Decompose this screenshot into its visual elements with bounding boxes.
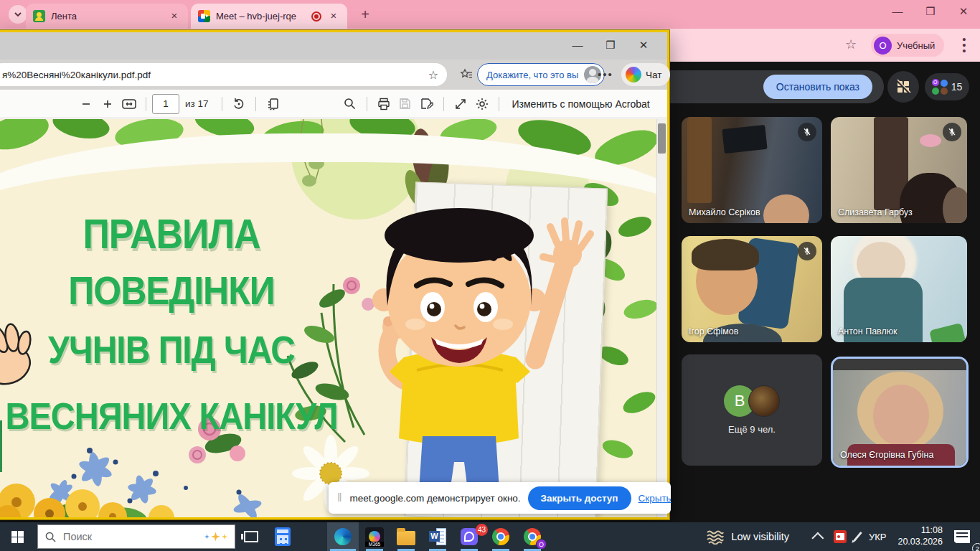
browser-tab-strip: Лента × Meet – hvb-juej-rqe × + — ❒ ✕ [0, 0, 980, 29]
close-button[interactable]: ✕ [947, 0, 980, 24]
maximize-button[interactable]: ❒ [914, 0, 947, 24]
settings-gear-icon[interactable] [471, 93, 493, 115]
taskbar-app-calculator[interactable] [267, 522, 298, 551]
page-view-icon[interactable] [262, 93, 283, 115]
tab-meet[interactable]: Meet – hvb-juej-rqe × [191, 4, 347, 29]
pdf-toolbar: из 17 Изменить с помощью Acrobat [0, 90, 667, 118]
zoom-out-icon[interactable] [75, 93, 97, 115]
task-view-button[interactable] [235, 522, 267, 551]
participant-name: Олеся Єгорівна Губіна [840, 450, 933, 460]
close-icon[interactable]: × [168, 10, 181, 23]
edge-icon [334, 528, 352, 545]
overflow-avatars: B [724, 385, 780, 417]
change-layout-button[interactable] [887, 71, 919, 103]
minimize-button[interactable]: — [561, 32, 594, 60]
tray-overflow-chevron[interactable] [810, 522, 829, 551]
mic-off-icon [798, 123, 816, 141]
taskbar-app-viber[interactable]: 43 [453, 522, 485, 551]
windows-logo-icon [11, 531, 24, 543]
pdf-window-titlebar[interactable]: — ❒ ✕ [0, 32, 667, 60]
tab-title: Лента [51, 11, 168, 22]
zoom-in-icon[interactable] [97, 93, 118, 115]
fullscreen-icon[interactable] [450, 93, 471, 115]
mic-off-icon [798, 242, 816, 260]
calculator-icon [275, 527, 291, 546]
stop-sharing-button[interactable]: Закрыть доступ [528, 486, 631, 510]
tab-lenta[interactable]: Лента × [26, 4, 188, 29]
page-number-input[interactable] [152, 94, 179, 114]
tab-title: Meet – hvb-juej-rqe [216, 11, 306, 22]
pdf-page: ПРАВИЛА ПОВЕДІНКИ УЧНІВ ПІД ЧАС ВЕСНЯНИХ… [0, 119, 667, 517]
weather-widget[interactable]: Low visibility [701, 522, 794, 551]
participant-tile[interactable]: Антон Павлюк [831, 236, 967, 342]
pdf-address-row: я%20Весняні%20канікули.pdf.pdf ☆ Докажит… [0, 60, 667, 90]
close-button[interactable]: ✕ [627, 32, 660, 60]
notification-count-badge: 2 [972, 543, 980, 551]
search-icon[interactable] [339, 93, 361, 115]
participant-tile[interactable]: Єлизавета Гарбуз [831, 117, 967, 223]
slide-title-line: ПОВЕДІНКИ [0, 268, 344, 314]
favorites-list-icon[interactable] [460, 68, 473, 84]
taskbar-app-m365[interactable]: M365 [359, 522, 390, 551]
tab-search-chevron-icon[interactable] [9, 5, 27, 24]
search-input[interactable] [63, 531, 197, 542]
copilot-sparkle-icon [204, 532, 227, 542]
kebab-menu-icon[interactable]: ••• [958, 37, 970, 54]
fit-width-icon[interactable] [118, 93, 140, 115]
taskbar-app-chrome-profile[interactable]: О [517, 522, 548, 551]
print-icon[interactable] [373, 93, 395, 115]
save-icon[interactable] [395, 93, 416, 115]
more-options-icon[interactable]: ••• [598, 68, 613, 80]
close-icon[interactable]: × [327, 10, 340, 23]
maximize-button[interactable]: ❒ [594, 32, 627, 60]
file-explorer-icon [397, 531, 415, 545]
m365-copilot-icon: M365 [365, 527, 384, 546]
new-tab-button[interactable]: + [357, 7, 373, 23]
language-indicator[interactable]: УКР [864, 522, 892, 551]
participant-tile-overflow[interactable]: B Ещё 9 чел. [682, 354, 822, 466]
copilot-chat-button[interactable]: Чат [621, 63, 670, 86]
stop-presenting-button[interactable]: Остановить показ [763, 75, 872, 99]
bookmark-star-icon[interactable]: ☆ [845, 37, 859, 52]
rotate-icon[interactable] [228, 93, 250, 115]
word-icon: W [429, 528, 446, 545]
taskbar-app-edge[interactable] [327, 522, 359, 551]
notification-icon [954, 530, 970, 543]
save-as-icon[interactable] [416, 93, 438, 115]
participant-tile[interactable]: Михайло Сєріков [682, 117, 822, 223]
chrome-icon [492, 528, 509, 545]
minimize-button[interactable]: — [881, 0, 914, 24]
verify-identity-button[interactable]: Докажите, что это вы [477, 63, 605, 86]
taskbar-app-explorer[interactable] [390, 522, 422, 551]
copilot-icon [626, 67, 641, 83]
notification-center-button[interactable]: 2 [949, 522, 980, 551]
recording-indicator-icon [311, 11, 321, 22]
start-button[interactable] [0, 522, 34, 551]
edit-with-acrobat-button[interactable]: Изменить с помощью Acrobat [512, 98, 650, 110]
participant-tile[interactable]: Олеся Єгорівна Губіна [831, 357, 969, 468]
pen-icon [853, 532, 862, 542]
address-bar[interactable]: я%20Весняні%20канікули.pdf.pdf ☆ [0, 63, 447, 86]
participant-tile[interactable]: Ігор Єфімов [682, 236, 822, 342]
date: 20.03.2026 [897, 537, 943, 547]
hide-toast-link[interactable]: Скрыть [639, 493, 672, 504]
share-message: meet.google.com демонстрирует окно. [350, 493, 521, 504]
participant-name: Михайло Сєріков [689, 207, 760, 217]
system-tray: Low visibility УКР 11:0820.03.2026 2 [701, 522, 980, 551]
slide-title-line: ПРАВИЛА [0, 209, 344, 258]
tray-recorder[interactable] [829, 522, 852, 551]
bookmark-star-icon[interactable]: ☆ [428, 68, 438, 82]
participants-count-badge[interactable]: О 15 [925, 73, 969, 100]
browser-window-controls: — ❒ ✕ [881, 0, 980, 24]
taskbar-app-chrome[interactable] [485, 522, 517, 551]
taskbar-app-word[interactable]: W [422, 522, 453, 551]
taskbar-search[interactable] [37, 524, 235, 549]
cartoon-boy-illustration [324, 191, 596, 517]
browser-profile-chip[interactable]: О Учебный [871, 34, 944, 57]
clock[interactable]: 11:0820.03.2026 [891, 522, 949, 551]
drag-handle[interactable]: ‖ [337, 491, 343, 504]
tray-pen[interactable] [852, 522, 864, 551]
pdf-scrollbar[interactable] [656, 119, 667, 517]
meet-icon [198, 10, 210, 22]
scrollbar-thumb[interactable] [658, 123, 666, 154]
